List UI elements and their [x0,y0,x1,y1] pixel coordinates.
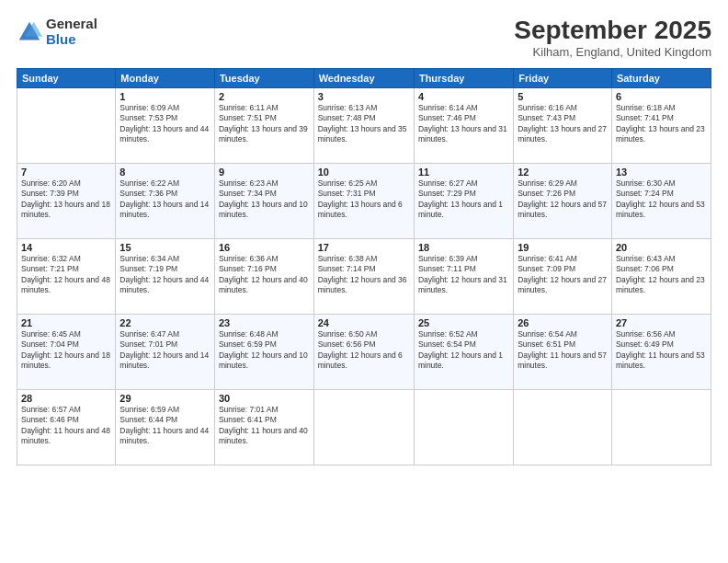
day-info: Sunrise: 6:36 AMSunset: 7:16 PMDaylight:… [219,254,310,296]
day-info: Sunrise: 6:47 AMSunset: 7:01 PMDaylight:… [119,329,210,372]
day-number: 10 [318,167,410,178]
day-info: Sunrise: 6:11 AMSunset: 7:51 PMDaylight:… [219,103,310,145]
day-number: 29 [119,393,210,404]
day-number: 8 [119,167,210,178]
day-info: Sunrise: 6:34 AMSunset: 7:19 PMDaylight:… [119,254,210,296]
calendar-cell: 18Sunrise: 6:39 AMSunset: 7:11 PMDayligh… [414,238,513,314]
location: Kilham, England, United Kingdom [514,45,711,59]
week-row-1: 1Sunrise: 6:09 AMSunset: 7:53 PMDaylight… [17,87,711,163]
calendar-cell [611,389,711,465]
day-number: 7 [21,167,111,178]
col-friday: Friday [514,68,612,87]
calendar-cell [414,389,513,465]
calendar-cell [313,389,414,465]
calendar-cell: 5Sunrise: 6:16 AMSunset: 7:43 PMDaylight… [514,87,612,163]
day-number: 28 [21,393,111,404]
calendar-cell: 14Sunrise: 6:32 AMSunset: 7:21 PMDayligh… [17,238,116,314]
day-number: 15 [119,242,210,253]
day-info: Sunrise: 6:41 AMSunset: 7:09 PMDaylight:… [518,254,608,296]
day-number: 11 [418,167,509,178]
day-number: 18 [418,242,509,253]
calendar-cell: 10Sunrise: 6:25 AMSunset: 7:31 PMDayligh… [313,163,414,238]
day-number: 30 [219,393,310,404]
day-info: Sunrise: 6:16 AMSunset: 7:43 PMDaylight:… [518,103,608,145]
calendar-cell: 12Sunrise: 6:29 AMSunset: 7:26 PMDayligh… [514,163,612,238]
day-info: Sunrise: 6:38 AMSunset: 7:14 PMDaylight:… [318,254,410,296]
day-info: Sunrise: 6:45 AMSunset: 7:04 PMDaylight:… [21,329,111,372]
day-info: Sunrise: 6:14 AMSunset: 7:46 PMDaylight:… [418,103,509,145]
day-number: 9 [219,167,310,178]
title-block: September 2025 Kilham, England, United K… [514,17,711,59]
logo: General Blue [17,17,97,47]
month-title: September 2025 [514,17,711,45]
day-info: Sunrise: 6:52 AMSunset: 6:54 PMDaylight:… [418,329,509,372]
calendar-cell: 24Sunrise: 6:50 AMSunset: 6:56 PMDayligh… [313,314,414,389]
logo-icon [17,19,42,45]
day-info: Sunrise: 7:01 AMSunset: 6:41 PMDaylight:… [219,405,310,447]
calendar-cell: 27Sunrise: 6:56 AMSunset: 6:49 PMDayligh… [611,314,711,389]
day-info: Sunrise: 6:59 AMSunset: 6:44 PMDaylight:… [119,405,210,447]
calendar-cell: 2Sunrise: 6:11 AMSunset: 7:51 PMDaylight… [214,87,313,163]
day-number: 2 [219,91,310,102]
calendar-cell: 15Sunrise: 6:34 AMSunset: 7:19 PMDayligh… [116,238,215,314]
col-monday: Monday [116,68,215,87]
calendar-cell: 19Sunrise: 6:41 AMSunset: 7:09 PMDayligh… [514,238,612,314]
calendar-cell: 7Sunrise: 6:20 AMSunset: 7:39 PMDaylight… [17,163,116,238]
day-number: 14 [21,242,111,253]
day-info: Sunrise: 6:50 AMSunset: 6:56 PMDaylight:… [318,329,410,372]
calendar-cell: 21Sunrise: 6:45 AMSunset: 7:04 PMDayligh… [17,314,116,389]
day-info: Sunrise: 6:32 AMSunset: 7:21 PMDaylight:… [21,254,111,296]
day-info: Sunrise: 6:20 AMSunset: 7:39 PMDaylight:… [21,178,111,221]
day-info: Sunrise: 6:39 AMSunset: 7:11 PMDaylight:… [418,254,509,296]
day-info: Sunrise: 6:23 AMSunset: 7:34 PMDaylight:… [219,178,310,221]
day-number: 22 [119,317,210,328]
calendar-cell [514,389,612,465]
calendar-cell: 20Sunrise: 6:43 AMSunset: 7:06 PMDayligh… [611,238,711,314]
day-info: Sunrise: 6:25 AMSunset: 7:31 PMDaylight:… [318,178,410,221]
calendar-cell: 6Sunrise: 6:18 AMSunset: 7:41 PMDaylight… [611,87,711,163]
col-sunday: Sunday [17,68,116,87]
day-info: Sunrise: 6:48 AMSunset: 6:59 PMDaylight:… [219,329,310,372]
col-saturday: Saturday [611,68,711,87]
calendar-cell: 3Sunrise: 6:13 AMSunset: 7:48 PMDaylight… [313,87,414,163]
calendar-cell: 29Sunrise: 6:59 AMSunset: 6:44 PMDayligh… [116,389,215,465]
col-thursday: Thursday [414,68,513,87]
week-row-4: 21Sunrise: 6:45 AMSunset: 7:04 PMDayligh… [17,314,711,389]
day-number: 27 [616,317,707,328]
day-number: 6 [616,91,707,102]
calendar-cell: 1Sunrise: 6:09 AMSunset: 7:53 PMDaylight… [116,87,215,163]
calendar-cell: 28Sunrise: 6:57 AMSunset: 6:46 PMDayligh… [17,389,116,465]
day-number: 3 [318,91,410,102]
day-number: 19 [518,242,608,253]
day-info: Sunrise: 6:13 AMSunset: 7:48 PMDaylight:… [318,103,410,145]
day-number: 12 [518,167,608,178]
week-row-3: 14Sunrise: 6:32 AMSunset: 7:21 PMDayligh… [17,238,711,314]
calendar-cell: 8Sunrise: 6:22 AMSunset: 7:36 PMDaylight… [116,163,215,238]
col-wednesday: Wednesday [313,68,414,87]
calendar-header-row: Sunday Monday Tuesday Wednesday Thursday… [17,68,711,87]
calendar-cell: 22Sunrise: 6:47 AMSunset: 7:01 PMDayligh… [116,314,215,389]
day-number: 4 [418,91,509,102]
day-info: Sunrise: 6:57 AMSunset: 6:46 PMDaylight:… [21,405,111,447]
day-number: 25 [418,317,509,328]
logo-general-text: General [46,17,97,32]
day-number: 20 [616,242,707,253]
calendar-cell: 25Sunrise: 6:52 AMSunset: 6:54 PMDayligh… [414,314,513,389]
calendar-cell: 11Sunrise: 6:27 AMSunset: 7:29 PMDayligh… [414,163,513,238]
page-header: General Blue September 2025 Kilham, Engl… [17,17,711,59]
week-row-5: 28Sunrise: 6:57 AMSunset: 6:46 PMDayligh… [17,389,711,465]
calendar-cell: 13Sunrise: 6:30 AMSunset: 7:24 PMDayligh… [611,163,711,238]
calendar-cell: 23Sunrise: 6:48 AMSunset: 6:59 PMDayligh… [214,314,313,389]
day-info: Sunrise: 6:18 AMSunset: 7:41 PMDaylight:… [616,103,707,145]
col-tuesday: Tuesday [214,68,313,87]
calendar-cell: 9Sunrise: 6:23 AMSunset: 7:34 PMDaylight… [214,163,313,238]
day-number: 24 [318,317,410,328]
day-number: 26 [518,317,608,328]
day-info: Sunrise: 6:09 AMSunset: 7:53 PMDaylight:… [119,103,210,145]
calendar-cell: 26Sunrise: 6:54 AMSunset: 6:51 PMDayligh… [514,314,612,389]
day-info: Sunrise: 6:54 AMSunset: 6:51 PMDaylight:… [518,329,608,372]
calendar-cell [17,87,116,163]
day-info: Sunrise: 6:29 AMSunset: 7:26 PMDaylight:… [518,178,608,221]
day-number: 23 [219,317,310,328]
calendar-cell: 30Sunrise: 7:01 AMSunset: 6:41 PMDayligh… [214,389,313,465]
